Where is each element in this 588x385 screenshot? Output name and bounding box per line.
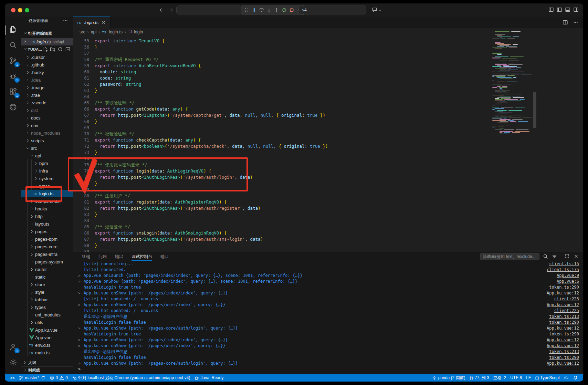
command-center-search[interactable] [176, 6, 242, 14]
editor-scrollbar[interactable] [533, 92, 536, 128]
source-link[interactable]: App.vue:6 [557, 279, 583, 284]
project-root-row[interactable]: YUDA... [21, 45, 73, 53]
tree-item-api[interactable]: api [21, 152, 73, 159]
console-row[interactable]: >App.vue onShow {path: 'pages/index/inde… [73, 279, 583, 284]
activity-item-extensions[interactable]: 1 [5, 84, 21, 100]
console-prompt-row[interactable]: > [73, 366, 583, 372]
tree-item-router[interactable]: router [21, 266, 73, 273]
status-debug-session[interactable]: 针对 localhost 启动 Chrome (yudao-ui-admin-u… [70, 374, 192, 382]
tree-item-pages-bpm[interactable]: pages-bpm [21, 235, 73, 243]
tree-item-system[interactable]: system [21, 175, 73, 182]
breadcrumb-item-src[interactable]: src [80, 30, 85, 34]
breadcrumb-item-login.ts[interactable]: TSlogin.ts [102, 30, 123, 34]
tree-item-types[interactable]: types [21, 182, 73, 190]
source-link[interactable]: client:225 [554, 296, 583, 302]
console-row[interactable]: hasValidLogin true truetoken.ts:290 [73, 284, 583, 290]
tree-item-pages-system[interactable]: pages-system [21, 258, 73, 266]
tree-item-.idea[interactable]: .idea [21, 76, 73, 84]
tree-item-http[interactable]: http [21, 212, 73, 220]
tree-item-uni_modules[interactable]: uni_modules [21, 311, 73, 319]
console-row[interactable]: 退出登录-清除用户信息token.ts:213 [73, 314, 583, 320]
more-actions-icon[interactable] [63, 18, 68, 23]
activity-item-run-debug[interactable]: 1 [5, 69, 21, 84]
tree-item-.image[interactable]: .image [21, 84, 73, 91]
tree-item-pages[interactable]: pages [21, 228, 73, 235]
tree-item-docs[interactable]: docs [21, 114, 73, 122]
open-editor-item-login-ts[interactable]: × TS login.ts src/api [21, 38, 73, 45]
tree-item-.husky[interactable]: .husky [21, 69, 73, 76]
expand-chevron-icon[interactable]: > [78, 325, 84, 331]
close-tab-icon[interactable] [101, 20, 107, 25]
panel-tab-输出[interactable]: 输出 [112, 252, 126, 261]
panel-right-icon[interactable] [573, 7, 579, 13]
new-folder-icon[interactable] [50, 46, 56, 52]
console-row[interactable]: hasValidLogin false falsetoken.ts:290 [73, 355, 583, 361]
console-row[interactable]: [vite] connecting...client.ts:15 [73, 261, 583, 267]
tree-item-.trae[interactable]: .trae [21, 91, 73, 99]
activity-item-settings[interactable] [5, 355, 21, 371]
source-link[interactable]: client.ts:175 [547, 267, 583, 273]
expand-chevron-icon[interactable]: > [78, 337, 84, 343]
tree-item-utils[interactable]: utils [21, 319, 73, 326]
status-encoding[interactable]: UTF-8 [508, 374, 524, 382]
status-language[interactable]: { }TypeScript [533, 374, 562, 382]
timeline-section[interactable]: 时间线 [21, 366, 73, 374]
console-row[interactable]: >App.ku.vue onShow {path: '/pages/index/… [73, 337, 583, 343]
close-panel-icon[interactable] [574, 254, 579, 259]
console-row[interactable]: >App.ku.vue onShow {path: '/pages/user/i… [73, 302, 583, 308]
status-blame[interactable]: panda (2 周前) [430, 374, 468, 382]
tree-item-store[interactable]: store [21, 281, 73, 288]
maximize-window-button[interactable] [25, 8, 29, 12]
console-row[interactable]: >App.ku.vue onShow {path: '/pages-core/a… [73, 325, 583, 331]
tree-item-.cursor[interactable]: .cursor [21, 53, 73, 61]
status-cursor-position[interactable]: 行 77, 列 3 [467, 374, 491, 382]
step-into-icon[interactable] [266, 7, 272, 13]
status-branch[interactable]: master* [17, 374, 47, 382]
tree-item-types[interactable]: types [21, 303, 73, 311]
panel-bottom-icon[interactable] [565, 7, 571, 13]
console-row[interactable]: >App.ku.vue onShow {path: '/pages-core/a… [73, 361, 583, 366]
console-row[interactable]: hasValidLogin false falsetoken.ts:290 [73, 320, 583, 325]
status-eol[interactable]: LF [524, 374, 533, 382]
expand-chevron-icon[interactable]: > [78, 279, 84, 284]
status-indentation[interactable]: 空格: 2 [491, 374, 508, 382]
breadcrumb-item-api[interactable]: api [91, 30, 97, 34]
source-link[interactable]: App.ku.vue:12 [547, 302, 583, 308]
panel-left-icon[interactable] [557, 7, 563, 13]
tree-item-.vscode[interactable]: .vscode [21, 99, 73, 106]
tree-item-layouts[interactable]: layouts [21, 220, 73, 228]
expand-chevron-icon[interactable]: > [78, 361, 84, 366]
source-link[interactable]: App.ku.vue:12 [547, 343, 583, 349]
minimap[interactable] [492, 31, 532, 138]
command-center-project-box[interactable]: v4 [299, 6, 366, 14]
search-icon[interactable] [543, 254, 548, 259]
tree-item-components[interactable]: components [21, 197, 73, 205]
panel-tab-问题[interactable]: 问题 [95, 252, 110, 261]
new-file-icon[interactable] [42, 46, 48, 52]
step-out-icon[interactable] [274, 7, 280, 13]
tree-item-App.vue[interactable]: App.vue [21, 334, 73, 341]
layout-icon[interactable] [548, 7, 554, 13]
tree-item-.github[interactable]: .github [21, 61, 73, 69]
stop-icon[interactable] [289, 7, 295, 13]
activity-item-github[interactable] [5, 100, 21, 115]
minimize-window-button[interactable] [18, 8, 22, 12]
tree-item-tabbar[interactable]: tabbar [21, 296, 73, 303]
maximize-panel-icon[interactable] [565, 254, 570, 259]
tree-item-infra[interactable]: infra [21, 167, 73, 175]
expand-chevron-icon[interactable]: > [78, 302, 84, 308]
activity-item-source-control[interactable]: 1 [5, 53, 21, 69]
source-link[interactable]: token.ts:290 [549, 284, 583, 290]
source-link[interactable]: token.ts:213 [549, 349, 583, 355]
panel-tab-终端[interactable]: 终端 [79, 252, 93, 261]
source-link[interactable]: App.ku.vue:12 [547, 361, 583, 366]
back-arrow-icon[interactable] [159, 7, 165, 13]
source-link[interactable]: App.ku.vue:12 [547, 325, 583, 331]
tab-login-ts[interactable]: TS login.ts [73, 17, 111, 28]
tree-item-App.ku.vue[interactable]: App.ku.vue [21, 326, 73, 334]
console-row[interactable]: [vite] hot updated: /__uno.cssclient:225 [73, 308, 583, 314]
expand-chevron-icon[interactable]: > [78, 343, 84, 349]
tree-item-hooks[interactable]: hooks [21, 205, 73, 212]
tree-item-static[interactable]: static [21, 273, 73, 281]
close-window-button[interactable] [11, 8, 15, 12]
